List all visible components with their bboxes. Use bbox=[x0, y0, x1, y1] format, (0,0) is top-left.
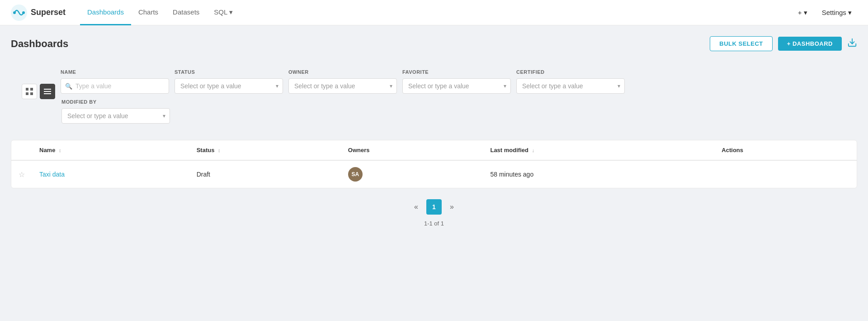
settings-label: Settings ▾ bbox=[822, 9, 852, 17]
table-row: ☆ Taxi data Draft SA 58 minutes ago bbox=[11, 160, 857, 188]
owners-cell: SA bbox=[341, 160, 483, 188]
nav-dashboards[interactable]: Dashboards bbox=[80, 0, 131, 25]
download-icon bbox=[847, 38, 857, 48]
certified-filter-group: CERTIFIED Select or type a value Yes No … bbox=[516, 69, 625, 94]
status-filter-label: STATUS bbox=[175, 69, 283, 75]
modified-by-filter-group: MODIFIED BY Select or type a value ▾ bbox=[61, 99, 170, 124]
svg-rect-10 bbox=[44, 93, 51, 94]
svg-point-2 bbox=[22, 11, 25, 14]
col-name-label: Name bbox=[39, 147, 55, 153]
add-dashboard-button[interactable]: + DASHBOARD bbox=[778, 37, 842, 51]
status-filter-select[interactable]: Select or type a value Published Draft bbox=[175, 78, 283, 94]
nav-charts[interactable]: Charts bbox=[131, 0, 165, 25]
favorite-select-wrap: Select or type a value Yes No ▾ bbox=[402, 78, 511, 94]
header-actions: BULK SELECT + DASHBOARD bbox=[710, 36, 857, 51]
status-sort-icon: ↕ bbox=[218, 148, 221, 153]
name-filter-group: NAME 🔍 bbox=[61, 69, 169, 94]
actions-cell bbox=[714, 160, 857, 188]
export-button[interactable] bbox=[847, 38, 857, 50]
owner-filter-label: OWNER bbox=[288, 69, 397, 75]
page-title: Dashboards bbox=[11, 38, 68, 50]
app-name: Superset bbox=[31, 8, 66, 17]
table-body: ☆ Taxi data Draft SA 58 minutes ago bbox=[11, 160, 857, 188]
owner-filter-group: OWNER Select or type a value ▾ bbox=[288, 69, 397, 94]
name-sort-icon: ↕ bbox=[59, 148, 61, 153]
certified-filter-select[interactable]: Select or type a value Yes No bbox=[516, 78, 625, 94]
col-last-modified-label: Last modified bbox=[490, 147, 528, 153]
prev-page-button[interactable]: « bbox=[410, 200, 423, 214]
last-modified-cell: 58 minutes ago bbox=[483, 160, 714, 188]
nav-sql[interactable]: SQL ▾ bbox=[207, 0, 240, 25]
owner-select-wrap: Select or type a value ▾ bbox=[288, 78, 397, 94]
table: Name ↕ Status ↕ Owners Last modified ↓ bbox=[11, 140, 857, 188]
status-cell: Draft bbox=[189, 160, 341, 188]
status-value: Draft bbox=[197, 171, 210, 178]
page-controls: « 1 » bbox=[410, 199, 458, 215]
filter-row-1: NAME 🔍 STATUS Select or type a value Pub… bbox=[61, 69, 625, 94]
svg-rect-5 bbox=[30, 88, 33, 91]
svg-rect-4 bbox=[26, 88, 28, 91]
add-dashboard-label: + DASHBOARD bbox=[787, 40, 833, 47]
svg-rect-7 bbox=[30, 92, 33, 95]
col-status-header[interactable]: Status ↕ bbox=[189, 140, 341, 160]
name-search-icon: 🔍 bbox=[65, 83, 72, 90]
filter-section: NAME 🔍 STATUS Select or type a value Pub… bbox=[11, 60, 857, 133]
col-name-header[interactable]: Name ↕ bbox=[32, 140, 189, 160]
next-page-button[interactable]: » bbox=[445, 200, 458, 214]
name-filter-input[interactable] bbox=[61, 78, 169, 94]
table-header: Name ↕ Status ↕ Owners Last modified ↓ bbox=[11, 140, 857, 160]
svg-point-1 bbox=[13, 11, 16, 14]
list-icon bbox=[44, 88, 51, 95]
modified-by-filter-select[interactable]: Select or type a value bbox=[61, 108, 170, 124]
grid-icon bbox=[26, 88, 33, 95]
favorite-filter-group: FAVORITE Select or type a value Yes No ▾ bbox=[402, 69, 511, 94]
plus-icon: + bbox=[798, 9, 802, 16]
pagination: « 1 » 1-1 of 1 bbox=[11, 188, 857, 238]
view-toggle bbox=[22, 84, 55, 99]
owner-filter-select[interactable]: Select or type a value bbox=[288, 78, 397, 94]
name-cell: Taxi data bbox=[32, 160, 189, 188]
svg-rect-9 bbox=[44, 91, 51, 92]
settings-menu-button[interactable]: Settings ▾ bbox=[816, 6, 857, 19]
last-modified-sort-icon: ↓ bbox=[532, 148, 535, 153]
name-filter-wrap: 🔍 bbox=[61, 78, 169, 94]
favorite-filter-label: FAVORITE bbox=[402, 69, 511, 75]
page-header: Dashboards BULK SELECT + DASHBOARD bbox=[11, 36, 857, 51]
col-owners-label: Owners bbox=[348, 147, 370, 153]
status-select-wrap: Select or type a value Published Draft ▾ bbox=[175, 78, 283, 94]
modified-by-select-wrap: Select or type a value ▾ bbox=[61, 108, 170, 124]
filter-row-2: MODIFIED BY Select or type a value ▾ bbox=[22, 99, 846, 124]
nav-links: Dashboards Charts Datasets SQL ▾ bbox=[80, 0, 793, 25]
col-last-modified-header[interactable]: Last modified ↓ bbox=[483, 140, 714, 160]
col-actions-header: Actions bbox=[714, 140, 857, 160]
dashboards-table: Name ↕ Status ↕ Owners Last modified ↓ bbox=[11, 140, 857, 188]
superset-logo-icon bbox=[11, 5, 27, 21]
grid-view-button[interactable] bbox=[22, 84, 37, 99]
status-filter-group: STATUS Select or type a value Published … bbox=[175, 69, 283, 94]
last-modified-value: 58 minutes ago bbox=[490, 171, 533, 178]
svg-rect-8 bbox=[44, 89, 51, 90]
bulk-select-button[interactable]: BULK SELECT bbox=[710, 36, 773, 51]
col-favorite bbox=[11, 140, 32, 160]
name-filter-label: NAME bbox=[61, 69, 169, 75]
add-menu-chevron: ▾ bbox=[804, 9, 807, 17]
certified-filter-label: CERTIFIED bbox=[516, 69, 625, 75]
app-logo[interactable]: Superset bbox=[11, 5, 66, 21]
top-navigation: Superset Dashboards Charts Datasets SQL … bbox=[0, 0, 868, 25]
nav-right-actions: + ▾ Settings ▾ bbox=[793, 6, 857, 19]
certified-select-wrap: Select or type a value Yes No ▾ bbox=[516, 78, 625, 94]
list-view-button[interactable] bbox=[40, 84, 55, 99]
add-menu-button[interactable]: + ▾ bbox=[793, 6, 813, 19]
favorite-cell: ☆ bbox=[11, 160, 32, 188]
page-1-button[interactable]: 1 bbox=[426, 199, 442, 215]
col-owners-header: Owners bbox=[341, 140, 483, 160]
col-actions-label: Actions bbox=[722, 147, 743, 153]
modified-by-filter-label: MODIFIED BY bbox=[61, 99, 170, 105]
owner-avatar: SA bbox=[348, 167, 363, 182]
nav-datasets[interactable]: Datasets bbox=[165, 0, 207, 25]
favorite-star-button[interactable]: ☆ bbox=[19, 170, 25, 179]
favorite-filter-select[interactable]: Select or type a value Yes No bbox=[402, 78, 511, 94]
dashboard-link[interactable]: Taxi data bbox=[39, 171, 65, 178]
page-content: Dashboards BULK SELECT + DASHBOARD bbox=[0, 25, 868, 249]
table-header-row: Name ↕ Status ↕ Owners Last modified ↓ bbox=[11, 140, 857, 160]
